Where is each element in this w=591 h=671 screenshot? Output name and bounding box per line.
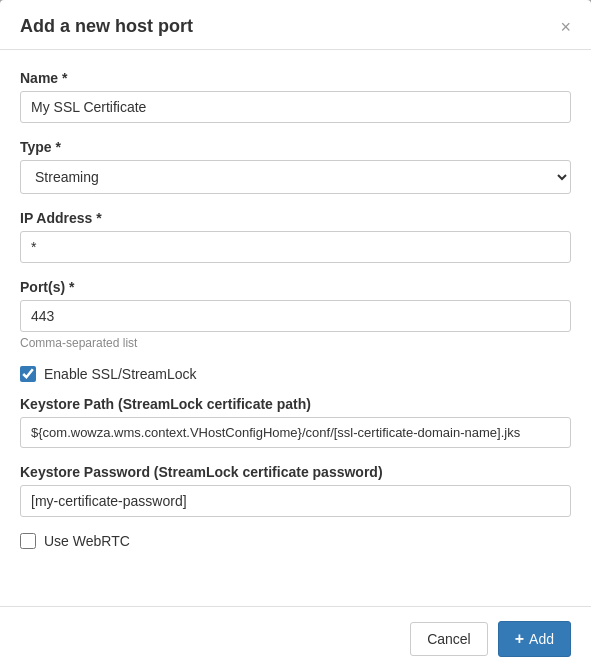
name-label: Name * <box>20 70 571 86</box>
modal-header: Add a new host port × <box>0 0 591 50</box>
ports-label: Port(s) * <box>20 279 571 295</box>
keystore-path-input[interactable] <box>20 417 571 448</box>
keystore-password-group: Keystore Password (StreamLock certificat… <box>20 464 571 517</box>
modal-footer: Cancel + Add <box>0 606 591 671</box>
add-button[interactable]: + Add <box>498 621 571 657</box>
keystore-path-group: Keystore Path (StreamLock certificate pa… <box>20 396 571 448</box>
ssl-checkbox-group: Enable SSL/StreamLock <box>20 366 571 382</box>
type-label: Type * <box>20 139 571 155</box>
ip-group: IP Address * <box>20 210 571 263</box>
name-input[interactable] <box>20 91 571 123</box>
type-select[interactable]: Streaming Admin Admin/Streaming <box>20 160 571 194</box>
ssl-checkbox-label[interactable]: Enable SSL/StreamLock <box>44 366 197 382</box>
keystore-path-label: Keystore Path (StreamLock certificate pa… <box>20 396 571 412</box>
ports-input[interactable] <box>20 300 571 332</box>
modal-title: Add a new host port <box>20 16 193 37</box>
keystore-password-label: Keystore Password (StreamLock certificat… <box>20 464 571 480</box>
ports-hint: Comma-separated list <box>20 336 571 350</box>
cancel-button[interactable]: Cancel <box>410 622 488 656</box>
close-button[interactable]: × <box>560 18 571 36</box>
modal-overlay: Add a new host port × Name * Type * Stre… <box>0 0 591 671</box>
webrtc-checkbox-label[interactable]: Use WebRTC <box>44 533 130 549</box>
ip-input[interactable] <box>20 231 571 263</box>
keystore-password-input[interactable] <box>20 485 571 517</box>
modal-body: Name * Type * Streaming Admin Admin/Stre… <box>0 50 591 583</box>
modal-dialog: Add a new host port × Name * Type * Stre… <box>0 0 591 671</box>
plus-icon: + <box>515 630 524 648</box>
webrtc-checkbox-group: Use WebRTC <box>20 533 571 549</box>
ssl-checkbox[interactable] <box>20 366 36 382</box>
type-group: Type * Streaming Admin Admin/Streaming <box>20 139 571 194</box>
webrtc-checkbox[interactable] <box>20 533 36 549</box>
name-group: Name * <box>20 70 571 123</box>
add-label: Add <box>529 631 554 647</box>
ip-label: IP Address * <box>20 210 571 226</box>
ports-group: Port(s) * Comma-separated list <box>20 279 571 350</box>
